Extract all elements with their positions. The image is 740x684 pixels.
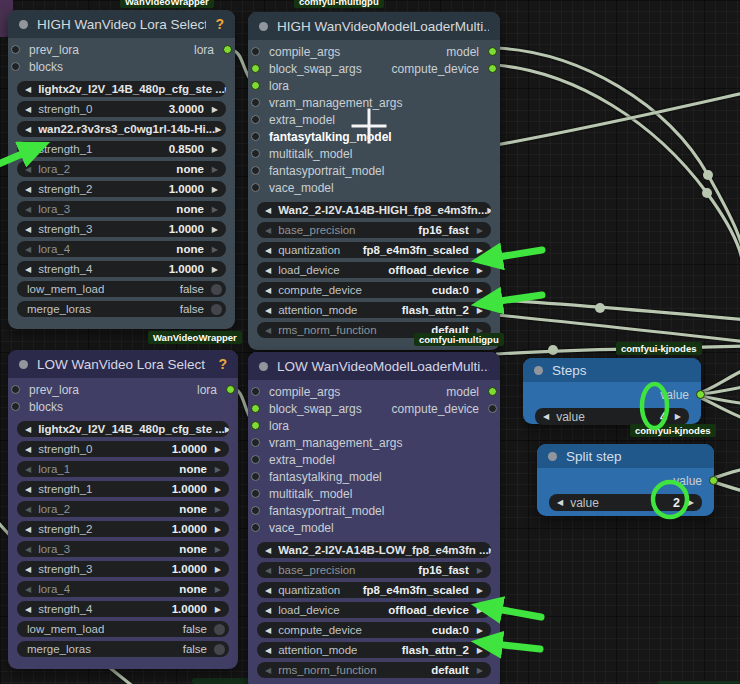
widget-row[interactable]: ◀ strength_1 1.0000 ▶ xyxy=(17,481,229,497)
input-port-dot[interactable] xyxy=(251,455,260,464)
output-port[interactable]: compute_device xyxy=(392,402,494,416)
decrement-arrow-icon[interactable]: ◀ xyxy=(25,425,31,434)
increment-arrow-icon[interactable]: ▶ xyxy=(215,505,221,514)
decrement-arrow-icon[interactable]: ◀ xyxy=(25,565,31,574)
increment-arrow-icon[interactable]: ▶ xyxy=(215,445,221,454)
decrement-arrow-icon[interactable]: ◀ xyxy=(265,326,271,335)
increment-arrow-icon[interactable]: ▶ xyxy=(215,565,221,574)
widget-row[interactable]: ◀ attention_mode flash_attn_2 ▶ xyxy=(257,302,491,318)
decrement-arrow-icon[interactable]: ◀ xyxy=(265,246,271,255)
decrement-arrow-icon[interactable]: ◀ xyxy=(25,265,31,274)
reroute-dot[interactable] xyxy=(702,188,712,198)
widget-row[interactable]: ◀ strength_2 1.0000 ▶ xyxy=(17,521,229,537)
help-icon[interactable]: ? xyxy=(215,16,224,32)
input-port-dot[interactable] xyxy=(251,166,260,175)
decrement-arrow-icon[interactable]: ◀ xyxy=(25,525,31,534)
widget-row[interactable]: ◀ rms_norm_function default ▶ xyxy=(257,662,491,678)
widget-row[interactable]: ◀ lora_2 none ▶ xyxy=(17,501,229,517)
increment-arrow-icon[interactable]: ▶ xyxy=(215,585,221,594)
increment-arrow-icon[interactable]: ▶ xyxy=(477,566,483,575)
widget-row[interactable]: ◀ strength_2 1.0000 ▶ xyxy=(17,181,226,197)
increment-arrow-icon[interactable]: ▶ xyxy=(477,266,483,275)
node-split-step[interactable]: Split step value ◀ value 2 ▶ xyxy=(537,444,714,516)
node-low-wanvideo-lora-select[interactable]: LOW WanVideo Lora Select M... ? prev_lor… xyxy=(8,350,238,669)
input-port-dot[interactable] xyxy=(251,489,260,498)
output-port[interactable]: lora xyxy=(194,43,229,57)
input-port[interactable]: block_swap_args xyxy=(254,402,362,416)
toggle-knob[interactable] xyxy=(214,644,225,655)
input-port[interactable]: prev_lora xyxy=(14,43,79,57)
increment-arrow-icon[interactable]: ▶ xyxy=(477,646,483,655)
widget-row[interactable]: ◀ value 2 ▶ xyxy=(549,494,702,511)
decrement-arrow-icon[interactable]: ◀ xyxy=(25,585,31,594)
node-title-bar[interactable]: LOW WanVideo Lora Select M... ? xyxy=(8,350,238,378)
decrement-arrow-icon[interactable]: ◀ xyxy=(25,185,31,194)
output-port[interactable]: compute_device xyxy=(392,62,494,76)
input-port[interactable]: extra_model xyxy=(254,113,335,127)
increment-arrow-icon[interactable]: ▶ xyxy=(675,412,681,421)
widget-row[interactable]: ◀ lora_4 none ▶ xyxy=(17,241,226,257)
node-title-bar[interactable]: Steps xyxy=(523,358,701,382)
input-port[interactable]: fantasyportrait_model xyxy=(254,504,384,518)
widget-row[interactable]: ◀ load_device offload_device ▶ xyxy=(257,602,491,618)
input-port[interactable]: compile_args xyxy=(254,45,340,59)
increment-arrow-icon[interactable]: ▶ xyxy=(212,205,218,214)
node-title-bar[interactable]: HIGH WanVideoModelLoaderMulti... xyxy=(248,12,500,40)
collapse-dot-icon[interactable] xyxy=(548,452,557,461)
increment-arrow-icon[interactable]: ▶ xyxy=(215,605,221,614)
increment-arrow-icon[interactable]: ▶ xyxy=(215,525,221,534)
input-port[interactable]: compile_args xyxy=(254,385,340,399)
input-port-dot[interactable] xyxy=(251,387,260,396)
widget-row[interactable]: ◀ strength_3 1.0000 ▶ xyxy=(17,561,229,577)
widget-row[interactable]: ◀ merge_loras false ▶ xyxy=(17,641,229,657)
node-title-bar[interactable]: Split step xyxy=(537,444,714,468)
widget-row[interactable]: ◀ base_precision fp16_fast ▶ xyxy=(257,222,491,238)
output-port[interactable]: lora xyxy=(197,383,232,397)
input-port[interactable]: fantasytalking_model xyxy=(254,130,392,144)
help-icon[interactable]: ? xyxy=(218,356,227,372)
input-port-dot[interactable] xyxy=(11,45,20,54)
widget-row[interactable]: ◀ lightx2v_I2V_14B_480p_cfg_ste ... ▶ xyxy=(17,421,229,437)
collapse-dot-icon[interactable] xyxy=(259,22,268,31)
input-port[interactable]: fantasytalking_model xyxy=(254,470,382,484)
decrement-arrow-icon[interactable]: ◀ xyxy=(543,412,549,421)
widget-row[interactable]: ◀ lora_2 none ▶ xyxy=(17,161,226,177)
input-port-dot[interactable] xyxy=(11,385,20,394)
input-port-dot[interactable] xyxy=(251,438,260,447)
decrement-arrow-icon[interactable]: ◀ xyxy=(25,245,31,254)
input-port[interactable]: block_swap_args xyxy=(254,62,362,76)
increment-arrow-icon[interactable]: ▶ xyxy=(215,125,221,134)
increment-arrow-icon[interactable]: ▶ xyxy=(215,465,221,474)
widget-row[interactable]: ◀ base_precision fp16_fast ▶ xyxy=(257,562,491,578)
increment-arrow-icon[interactable]: ▶ xyxy=(489,546,491,555)
widget-row[interactable]: ◀ Wan2_2-I2V-A14B-LOW_fp8_e4m3fn ... ▶ xyxy=(257,542,491,558)
toggle-knob[interactable] xyxy=(214,624,225,635)
output-port-dot[interactable] xyxy=(488,404,497,413)
widget-row[interactable]: ◀ quantization fp8_e4m3fn_scaled ▶ xyxy=(257,242,491,258)
node-title-bar[interactable]: LOW WanVideoModelLoaderMulti... xyxy=(248,352,500,380)
input-port[interactable]: fantasyportrait_model xyxy=(254,164,384,178)
widget-row[interactable]: ◀ low_mem_load false ▶ xyxy=(17,621,229,637)
collapse-dot-icon[interactable] xyxy=(19,20,28,29)
node-steps[interactable]: Steps value ◀ value 4 ▶ xyxy=(523,358,701,424)
node-title-bar[interactable]: HIGH WanVideo Lora Select ... ? xyxy=(8,10,235,38)
input-port[interactable]: prev_lora xyxy=(14,383,79,397)
decrement-arrow-icon[interactable]: ◀ xyxy=(25,125,31,134)
input-port-dot[interactable] xyxy=(251,47,260,56)
decrement-arrow-icon[interactable]: ◀ xyxy=(265,626,271,635)
decrement-arrow-icon[interactable]: ◀ xyxy=(265,306,271,315)
decrement-arrow-icon[interactable]: ◀ xyxy=(265,646,271,655)
output-port-dot[interactable] xyxy=(488,64,497,73)
input-port[interactable]: lora xyxy=(254,419,289,433)
decrement-arrow-icon[interactable]: ◀ xyxy=(25,165,31,174)
input-port[interactable]: blocks xyxy=(14,60,63,74)
collapse-dot-icon[interactable] xyxy=(19,360,28,369)
increment-arrow-icon[interactable]: ▶ xyxy=(477,666,483,675)
widget-row[interactable]: ◀ compute_device cuda:0 ▶ xyxy=(257,622,491,638)
decrement-arrow-icon[interactable]: ◀ xyxy=(557,498,563,507)
output-port-dot[interactable] xyxy=(488,47,497,56)
input-port-dot[interactable] xyxy=(251,472,260,481)
widget-row[interactable]: ◀ low_mem_load false ▶ xyxy=(17,281,226,297)
input-port-dot[interactable] xyxy=(251,64,260,73)
decrement-arrow-icon[interactable]: ◀ xyxy=(25,485,31,494)
